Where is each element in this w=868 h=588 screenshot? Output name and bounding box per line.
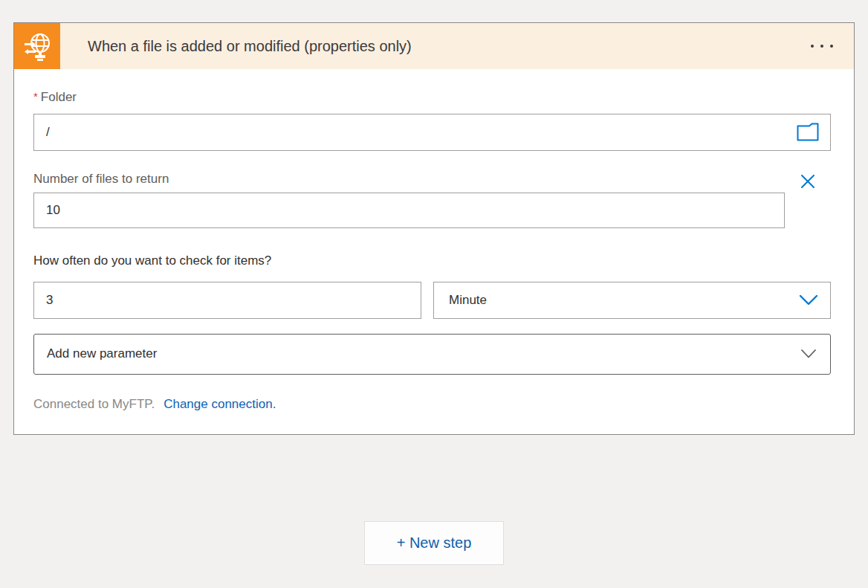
new-step-container: + New step [0,521,868,565]
connection-status-text: Connected to MyFTP. [33,397,155,411]
connection-status-row: Connected to MyFTP.Change connection. [33,397,831,412]
frequency-field-row: How often do you want to check for items… [33,252,831,319]
number-of-files-label: Number of files to return [33,170,204,189]
close-icon [799,172,817,190]
chevron-down-icon [799,294,818,306]
folder-label-text: Folder [41,90,77,104]
trigger-card-body: *Folder Number of files to return [14,69,854,434]
folder-input[interactable] [33,114,831,151]
ftp-connector-icon [14,23,60,69]
chevron-down-icon [800,349,817,359]
number-of-files-input[interactable] [33,193,785,228]
new-step-button[interactable]: + New step [364,521,505,565]
change-connection-link[interactable]: Change connection. [163,397,276,411]
add-new-parameter-label: Add new parameter [47,346,800,361]
remove-parameter-button[interactable] [797,170,819,193]
frequency-unit-dropdown[interactable]: Minute [433,282,831,319]
frequency-interval-input[interactable] [33,282,421,319]
folder-label: *Folder [33,88,831,107]
trigger-card-header[interactable]: When a file is added or modified (proper… [14,23,854,69]
folder-icon [797,123,819,141]
frequency-label: How often do you want to check for items… [33,252,831,271]
add-new-parameter-dropdown[interactable]: Add new parameter [33,334,831,375]
frequency-unit-value: Minute [449,293,799,308]
card-menu-ellipsis-icon[interactable] [799,45,854,48]
globe-transfer-icon [20,29,54,63]
folder-field-row: *Folder [33,88,831,151]
folder-picker-button[interactable] [794,120,822,145]
trigger-title: When a file is added or modified (proper… [60,38,799,55]
trigger-card: When a file is added or modified (proper… [13,22,855,435]
required-asterisk: * [33,90,38,103]
number-of-files-field-row: Number of files to return [33,170,831,229]
